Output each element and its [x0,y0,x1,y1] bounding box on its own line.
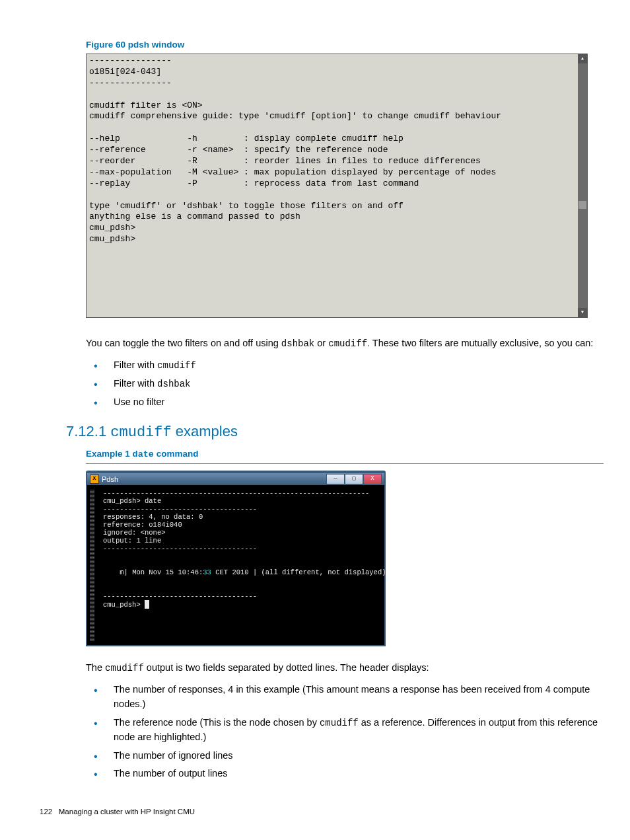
terminal-output: ---------------- o185i[024-043] --------… [87,54,587,247]
window-title: Pdsh [102,475,118,483]
paragraph-toggle-filters: You can toggle the two filters on and of… [86,336,604,350]
scrollbar-thumb[interactable] [578,201,586,209]
pdsh-output: ----------------------------------------… [103,489,376,609]
scroll-down-arrow-icon[interactable]: ▾ [578,308,587,317]
list-item: The number of output lines [86,767,604,781]
window-titlebar: X Pdsh — ▢ X [87,473,384,485]
list-item: The number of ignored lines [86,749,604,763]
list-item: The reference node (This is the node cho… [86,716,604,745]
pdsh-terminal-body: ----------------------------------------… [87,485,384,645]
maximize-button[interactable]: ▢ [345,474,363,484]
code-cmudiff: cmudiff [328,338,367,349]
scroll-up-arrow-icon[interactable]: ▴ [578,54,587,63]
list-item: Filter with cmudiff [86,358,604,373]
pdsh-window-screenshot: X Pdsh — ▢ X ---------------------------… [86,471,386,646]
figure-caption: Figure 60 pdsh window [86,40,604,50]
list-item: Filter with dshbak [86,377,604,391]
cursor-icon [145,600,149,609]
minimize-button[interactable]: — [326,474,345,484]
paragraph-cmudiff-output: The cmudiff output is two fields separat… [86,661,604,675]
header-displays-list: The number of responses, 4 in this examp… [86,683,604,781]
example-caption: Example 1 date command [86,449,604,459]
window-app-icon: X [90,475,99,484]
filter-options-list: Filter with cmudiff Filter with dshbak U… [86,358,604,410]
code-cmudiff: cmudiff [105,663,144,673]
list-item: The number of responses, 4 in this examp… [86,683,604,712]
scroll-gutter[interactable] [90,489,94,641]
list-item: Use no filter [86,395,604,410]
scrollbar-vertical[interactable]: ▴ ▾ [578,54,587,317]
close-button[interactable]: X [363,474,382,484]
page-number: 122 [40,808,52,816]
page-footer: 122 Managing a cluster with HP Insight C… [20,808,610,816]
code-dshbak: dshbak [281,338,314,349]
footer-text: Managing a cluster with HP Insight CMU [59,808,195,816]
section-heading-7-12-1: 7.12.1 cmudiff examples [66,423,604,441]
pdsh-terminal-window: ---------------- o185i[024-043] --------… [86,54,588,318]
highlight-diff: 33 [203,568,211,576]
horizontal-rule [86,463,604,464]
